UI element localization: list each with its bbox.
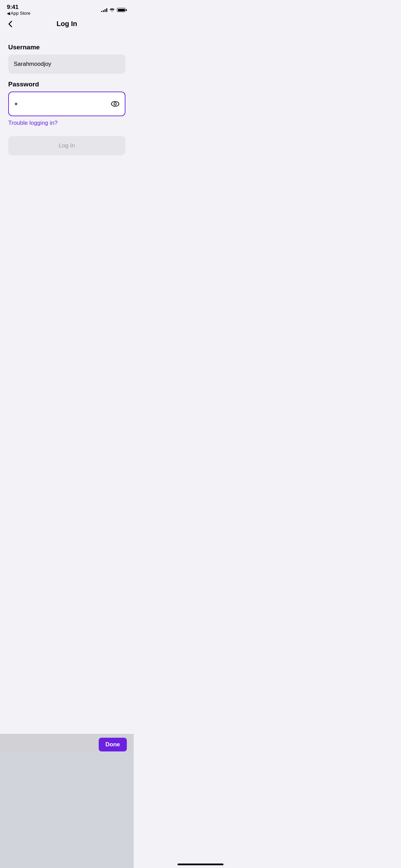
svg-point-0 — [111, 101, 119, 106]
status-bar: 9:41 ◀ App Store — [0, 0, 134, 17]
form-content: Username Password Trouble logging in? Lo… — [0, 33, 134, 155]
username-label: Username — [8, 44, 125, 51]
password-label: Password — [8, 81, 125, 88]
status-icons — [101, 8, 127, 12]
status-time: 9:41 — [7, 4, 31, 10]
signal-icon — [101, 8, 107, 12]
app-store-back[interactable]: ◀ App Store — [7, 11, 31, 16]
nav-bar: Log In — [0, 17, 134, 33]
username-input[interactable] — [8, 55, 125, 74]
login-button[interactable]: Log In — [8, 136, 125, 155]
svg-point-1 — [114, 103, 117, 105]
trouble-login-link[interactable]: Trouble logging in? — [8, 120, 58, 126]
wifi-icon — [109, 8, 115, 12]
toggle-password-button[interactable] — [110, 99, 121, 108]
eye-icon — [111, 101, 119, 107]
battery-icon — [117, 8, 127, 12]
password-wrapper — [8, 92, 125, 116]
page-title: Log In — [57, 20, 77, 28]
back-chevron-icon: ◀ — [7, 11, 10, 16]
back-button[interactable] — [7, 19, 14, 29]
password-input[interactable] — [8, 92, 125, 116]
username-field-group: Username — [8, 44, 125, 81]
password-field-group: Password — [8, 81, 125, 116]
